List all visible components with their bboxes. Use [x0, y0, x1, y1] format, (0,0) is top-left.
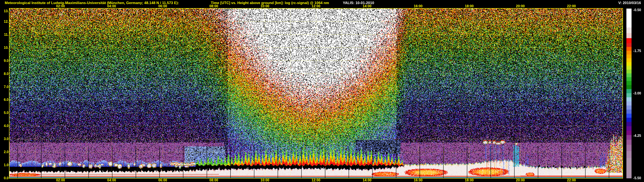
x-tick-bottom-02:00: 02:00: [56, 178, 65, 182]
y-tick-9.0: 9.0: [4, 59, 8, 63]
y-tick-3.0: 3.0: [4, 137, 8, 141]
y-tick-1.0: 1.0: [4, 163, 8, 167]
colorbar-tick--0.50: -0.50: [633, 8, 641, 12]
colorbar-tick--1.75: -1.75: [633, 49, 641, 53]
x-tick-top-12:00: 12:00: [312, 4, 320, 8]
institute-label: Meteorological Institute of Ludwig-Maxim…: [5, 1, 179, 5]
x-tick-top-02:00: 02:00: [56, 4, 65, 8]
lidar-heatmap-canvas: [0, 0, 644, 182]
y-tick-6.0: 6.0: [4, 98, 8, 102]
x-tick-bottom-22:00: 22:00: [567, 178, 576, 182]
x-tick-top-18:00: 18:00: [465, 4, 474, 8]
x-tick-top-22:00: 22:00: [567, 4, 576, 8]
yalis-lidar-quicklook: Meteorological Institute of Ludwig-Maxim…: [0, 0, 644, 182]
x-tick-top-10:00: 10:00: [260, 4, 270, 8]
y-tick-10.: 10.: [4, 46, 8, 50]
y-tick-0.0: 0.0: [4, 176, 8, 180]
x-tick-bottom-20:00: 20:00: [516, 178, 525, 182]
x-tick-bottom-08:00: 08:00: [210, 178, 218, 182]
x-tick-top-06:00: 06:00: [158, 4, 167, 8]
x-tick-bottom-16:00: 16:00: [414, 178, 423, 182]
y-tick-13.: 13.: [4, 9, 8, 13]
y-tick-2.0: 2.0: [4, 150, 8, 154]
x-tick-bottom-04:00: 04:00: [107, 178, 116, 182]
colorbar-tick--3.00: -3.00: [633, 91, 641, 95]
y-tick-8.0: 8.0: [4, 72, 8, 76]
x-tick-bottom-12:00: 12:00: [312, 178, 320, 182]
x-tick-top-04:00: 04:00: [107, 4, 116, 8]
x-tick-top-20:00: 20:00: [516, 4, 525, 8]
y-tick-5.0: 5.0: [4, 111, 8, 115]
version-label: V: 2010/03/16: [618, 1, 641, 5]
x-tick-bottom-18:00: 18:00: [465, 178, 474, 182]
x-tick-bottom-14:00: 14:00: [363, 178, 372, 182]
y-tick-7.0: 7.0: [4, 85, 8, 89]
x-tick-bottom-06:00: 06:00: [158, 178, 167, 182]
x-tick-bottom-10:00: 10:00: [260, 178, 270, 182]
x-tick-top-08:00: 08:00: [210, 4, 218, 8]
x-tick-top-14:00: 14:00: [363, 4, 372, 8]
colorbar-tick--5.50: -5.50: [633, 176, 641, 180]
y-tick-4.0: 4.0: [4, 124, 8, 128]
colorbar-tick--4.25: -4.25: [633, 134, 641, 138]
y-tick-12.: 12.: [4, 20, 8, 23]
x-tick-top-16:00: 16:00: [414, 4, 423, 8]
y-tick-11.: 11.: [4, 33, 8, 37]
plot-title: Time [UTC] vs. Height above ground [km]:…: [211, 1, 329, 5]
